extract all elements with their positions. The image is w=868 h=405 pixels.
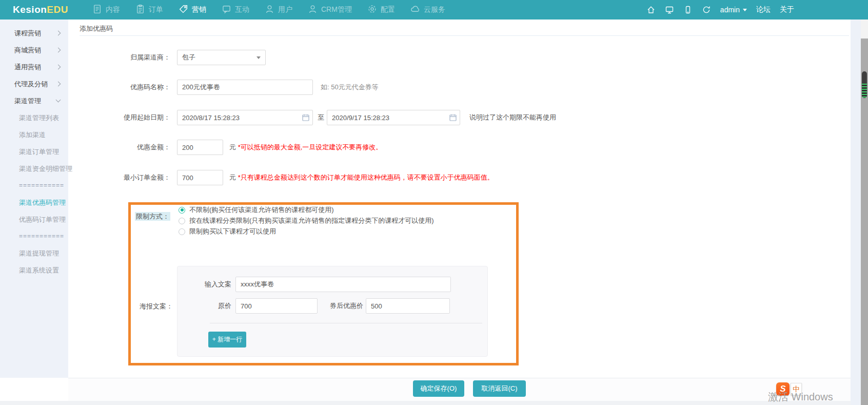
nav-item-label: 互动 (235, 5, 249, 14)
sidebar-item-channel-list[interactable]: 渠道管理列表 (0, 109, 68, 126)
nav-item-label: 内容 (106, 5, 120, 14)
user-icon (265, 4, 274, 15)
restriction-option-by-course[interactable]: 限制购买以下课程才可以使用 (179, 227, 276, 236)
chevron-right-icon (56, 65, 61, 70)
discount-amount-warning: *可以抵销的最大金额,一旦设定建议不要再修改。 (238, 143, 383, 151)
sidebar-item-channel-orders[interactable]: 渠道订单管理 (0, 143, 68, 160)
scrollbar-track[interactable] (861, 38, 868, 405)
discount-amount-input[interactable] (177, 140, 223, 155)
nav-item-label: CRM管理 (321, 5, 352, 14)
discount-amount-note: 元 *可以抵销的最大金额,一旦设定建议不要再修改。 (229, 140, 382, 155)
app-logo: KesionEDU (13, 0, 68, 20)
min-order-input[interactable] (177, 170, 223, 185)
coupon-name-input[interactable] (177, 80, 313, 95)
about-link[interactable]: 关于 (780, 5, 794, 14)
radio-option-label: 不限制(购买任何该渠道允许销售的课程都可使用) (189, 205, 334, 215)
nav-item-crm[interactable]: CRM管理 (308, 4, 352, 15)
min-order-note: 元 *只有课程总金额达到这个数的订单才能使用这种优惠码，请不要设置小于优惠码面值… (229, 170, 494, 185)
nav-item-content[interactable]: 内容 (92, 4, 120, 15)
sidebar-item-channel-funds[interactable]: 渠道资金明细管理 (0, 160, 68, 177)
radio-selected-icon[interactable] (179, 207, 185, 214)
restriction-option-by-category[interactable]: 按在线课程分类限制(只有购买该渠道允许销售的指定课程分类下的课程才可以使用) (179, 216, 434, 225)
nav-item-cloud[interactable]: 云服务 (410, 4, 445, 15)
original-price-label: 原价 (177, 298, 231, 314)
sidebar-item-add-channel[interactable]: 添加渠道 (0, 126, 68, 143)
unit-label: 元 (229, 143, 236, 151)
unit-label: 元 (229, 173, 236, 181)
sidebar-item-coupon-orders[interactable]: 优惠码订单管理 (0, 211, 68, 228)
calendar-icon[interactable] (302, 114, 309, 121)
coupon-price-input[interactable] (366, 298, 450, 314)
gear-icon (367, 4, 377, 15)
min-order-label: 最小订单金额： (82, 170, 170, 185)
refresh-icon[interactable] (702, 5, 711, 14)
restriction-option-unlimited[interactable]: 不限制(购买任何该渠道允许销售的课程都可使用) (179, 205, 334, 215)
poster-text-input[interactable] (235, 277, 451, 292)
sidebar-group-general-marketing[interactable]: 通用营销 (0, 59, 68, 75)
vertical-scrollbar[interactable] (861, 20, 868, 405)
cloud-icon (410, 4, 420, 15)
top-header: KesionEDU 内容 订单 营销 互动 用户 CRM管理 配置 (0, 0, 868, 20)
coupon-name-hint: 如: 50元元代金券等 (321, 80, 379, 95)
chat-icon (222, 4, 231, 15)
nav-item-label: 用户 (278, 5, 292, 14)
radio-unselected-icon[interactable] (179, 228, 185, 235)
nav-item-orders[interactable]: 订单 (135, 4, 163, 15)
monitor-icon[interactable] (665, 5, 674, 14)
radio-unselected-icon[interactable] (179, 218, 185, 224)
sidebar-item-channel-settings[interactable]: 渠道系统设置 (0, 262, 68, 279)
title-divider (80, 35, 849, 36)
sidebar-item-channel-coupon-codes[interactable]: 渠道优惠码管理 (0, 194, 68, 211)
clipboard-icon (135, 4, 145, 15)
nav-item-label: 订单 (149, 5, 163, 14)
logo-suffix: EDU (47, 4, 68, 15)
chevron-down-icon (56, 98, 61, 103)
select-caret-icon (257, 56, 261, 59)
sidebar-group-channel-management[interactable]: 渠道管理 (0, 92, 68, 109)
poster-divider (210, 323, 482, 323)
chevron-right-icon (56, 48, 61, 53)
sidebar-group-mall-marketing[interactable]: 商城营销 (0, 42, 68, 59)
channel-owner-value: 包子 (182, 53, 195, 61)
header-right-tools: admin 论坛 关于 (646, 0, 794, 20)
admin-user-menu[interactable]: admin (720, 6, 747, 14)
admin-username: admin (720, 6, 740, 14)
nav-item-marketing[interactable]: 营销 (179, 4, 206, 15)
tag-icon (179, 4, 188, 15)
channel-owner-label: 归属渠道商： (82, 50, 170, 65)
add-row-button[interactable]: + 新增一行 (208, 332, 246, 348)
nav-item-label: 营销 (192, 5, 206, 14)
cancel-button[interactable]: 取消返回(C) (473, 380, 526, 397)
scrollbar-thumb[interactable] (862, 71, 867, 98)
sidebar-group-agent-distribution[interactable]: 代理及分销 (0, 75, 68, 92)
restriction-label: 限制方式： (82, 212, 170, 221)
nav-item-users[interactable]: 用户 (265, 4, 292, 15)
sidebar-item-channel-withdrawal[interactable]: 渠道提现管理 (0, 245, 68, 262)
main-nav: 内容 订单 营销 互动 用户 CRM管理 配置 云服务 (92, 0, 445, 20)
sidebar-divider: =========== (0, 177, 68, 194)
sidebar-group-course-marketing[interactable]: 课程营销 (0, 25, 68, 42)
channel-owner-select[interactable]: 包子 (177, 50, 266, 65)
original-price-input[interactable] (235, 298, 318, 314)
page-title: 添加优惠码 (80, 24, 113, 33)
date-range-label: 使用起始日期： (82, 110, 170, 125)
activate-windows-watermark: 激活 Windows (768, 390, 833, 404)
start-date-input[interactable] (177, 110, 313, 125)
calendar-icon[interactable] (449, 114, 457, 121)
discount-amount-label: 优惠金额： (82, 140, 170, 155)
save-button[interactable]: 确定保存(O) (413, 380, 464, 397)
mobile-icon[interactable] (683, 5, 693, 14)
end-date-input[interactable] (327, 110, 460, 125)
home-icon[interactable] (646, 5, 656, 14)
poster-copy-label: 海报文案： (82, 302, 173, 311)
nav-item-config[interactable]: 配置 (367, 4, 395, 15)
scrollbar-thumb-stripes (862, 84, 867, 98)
forum-link[interactable]: 论坛 (756, 5, 771, 14)
nav-item-interaction[interactable]: 互动 (222, 4, 249, 15)
sidebar-nav: 课程营销 商城营销 通用营销 代理及分销 渠道管理 渠道管理列表 添加渠道 渠道… (0, 20, 68, 378)
coupon-price-label: 券后优惠价 (321, 298, 363, 314)
date-separator: 至 (318, 110, 324, 125)
crm-user-icon (308, 4, 318, 15)
radio-option-label: 限制购买以下课程才可以使用 (189, 227, 276, 236)
nav-item-label: 配置 (381, 5, 395, 14)
